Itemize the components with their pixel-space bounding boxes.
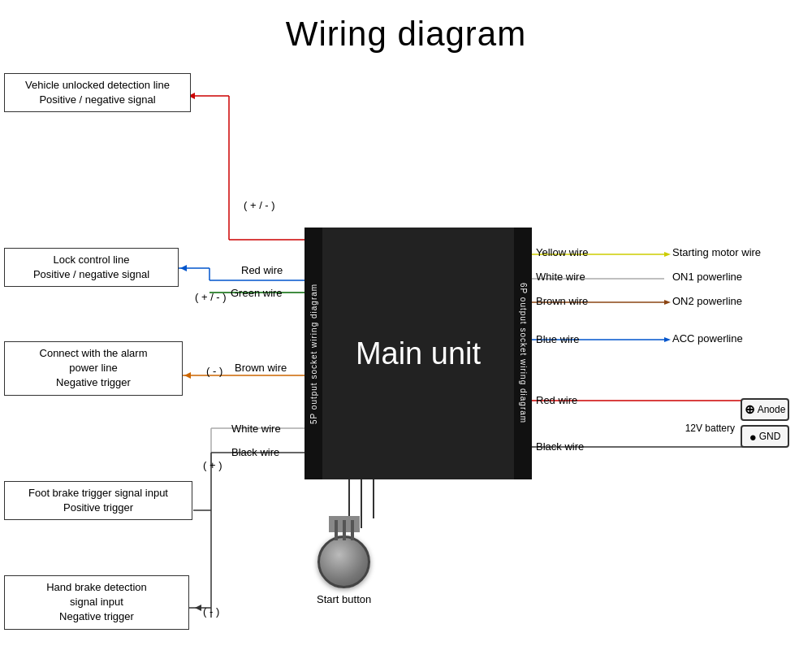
label-box-alarm-power: Connect with the alarm power line Negati… (4, 341, 183, 396)
red-wire-right-label: Red wire (536, 394, 577, 406)
start-wire-1 (335, 520, 338, 540)
label-box-vehicle-unlock: Vehicle unlocked detection line Positive… (4, 73, 191, 112)
anode-terminal: ⊕ Anode (741, 398, 789, 421)
svg-marker-25 (664, 300, 671, 305)
acc-powerline-label: ACC powerline (672, 332, 743, 345)
annotation-plus-minus-lock: ( + / - ) (195, 291, 227, 303)
start-button-area: Start button (317, 516, 371, 605)
start-wire-3 (351, 520, 354, 540)
green-wire-label: Green wire (231, 287, 283, 299)
red-wire-left-label: Red wire (241, 264, 283, 276)
label-box-foot-brake: Foot brake trigger signal input Positive… (4, 481, 192, 520)
start-button-label: Start button (317, 593, 371, 605)
left-strip: 5P output socket wiring diagram (304, 228, 322, 479)
annotation-minus-hand: ( - ) (203, 605, 219, 618)
label-box-hand-brake: Hand brake detection signal input Negati… (4, 575, 189, 630)
black-wire-left-label: Black wire (231, 446, 279, 458)
black-wire-right-label: Black wire (536, 440, 584, 453)
brown-wire-right-label: Brown wire (536, 295, 588, 307)
starting-motor-label: Starting motor wire (672, 246, 761, 258)
main-unit: Main unit (304, 228, 532, 479)
annotation-plus-minus-top: ( + / - ) (244, 199, 275, 211)
yellow-wire-label: Yellow wire (536, 246, 589, 258)
start-button[interactable] (317, 535, 370, 588)
svg-marker-35 (195, 605, 201, 611)
annotation-plus-foot: ( + ) (203, 459, 222, 471)
svg-marker-22 (664, 252, 671, 257)
on1-powerline-label: ON1 powerline (672, 271, 742, 283)
annotation-minus-alarm: ( - ) (206, 365, 222, 377)
battery-box: ⊕ Anode ● GND (741, 398, 797, 452)
label-box-lock-control: Lock control line Positive / negative si… (4, 248, 179, 287)
page-title: Wiring diagram (0, 0, 812, 54)
gnd-terminal: ● GND (741, 425, 789, 448)
on2-powerline-label: ON2 powerline (672, 295, 742, 307)
white-wire-right-label: White wire (536, 271, 585, 283)
battery-label: 12V battery (685, 423, 735, 434)
main-unit-label: Main unit (356, 336, 481, 371)
brown-wire-left-label: Brown wire (235, 362, 287, 374)
svg-marker-27 (664, 337, 671, 342)
svg-marker-33 (180, 265, 187, 271)
start-wire-2 (343, 520, 346, 540)
blue-wire-label: Blue wire (536, 333, 579, 345)
svg-marker-34 (184, 372, 191, 379)
white-wire-left-label: White wire (231, 423, 281, 435)
right-strip: 6P output socket wiring diagram (514, 228, 532, 479)
